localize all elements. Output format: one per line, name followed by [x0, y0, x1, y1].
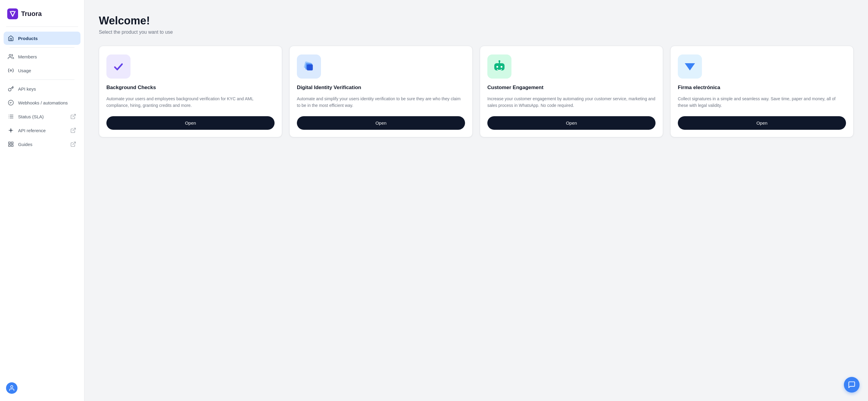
- users-icon: [8, 54, 14, 60]
- background-checks-open-button[interactable]: Open: [106, 116, 275, 130]
- logo-text: Truora: [21, 10, 41, 18]
- svg-rect-14: [11, 142, 13, 144]
- guides-icon: [8, 141, 14, 147]
- webhook-icon: [8, 100, 14, 106]
- external-link-icon-status: [70, 113, 76, 120]
- sidebar-item-guides-label: Guides: [18, 142, 33, 147]
- product-card-customer-engagement: Customer Engagement Increase your custom…: [480, 46, 663, 137]
- chat-icon: [848, 381, 856, 389]
- svg-point-26: [498, 60, 500, 62]
- firma-electronica-desc: Collect signatures in a simple and seaml…: [678, 95, 846, 109]
- usage-icon: [8, 67, 14, 73]
- customer-engagement-icon-wrapper: [487, 55, 512, 78]
- svg-rect-15: [11, 145, 13, 146]
- product-card-digital-identity: Digital Identity Verification Automate a…: [289, 46, 472, 137]
- sidebar: Truora Products Members: [0, 0, 84, 401]
- svg-rect-13: [9, 142, 10, 144]
- svg-marker-27: [685, 63, 695, 70]
- svg-line-17: [73, 142, 75, 145]
- avatar-icon: [8, 385, 15, 391]
- svg-point-1: [9, 55, 11, 57]
- svg-point-2: [10, 70, 12, 71]
- api-icon: [8, 127, 14, 133]
- sidebar-item-members-label: Members: [18, 54, 37, 59]
- key-icon: [8, 86, 14, 92]
- page-subtitle: Select the product you want to use: [99, 30, 854, 35]
- svg-point-23: [496, 66, 498, 68]
- digital-identity-title: Digital Identity Verification: [297, 85, 465, 91]
- page-title: Welcome!: [99, 14, 854, 27]
- svg-rect-21: [307, 64, 313, 70]
- sidebar-item-guides[interactable]: Guides: [4, 138, 81, 151]
- customer-engagement-open-button[interactable]: Open: [487, 116, 655, 130]
- external-link-icon-guides: [70, 141, 76, 147]
- sidebar-item-products[interactable]: Products: [4, 32, 81, 45]
- sidebar-item-products-label: Products: [18, 36, 38, 41]
- sidebar-item-api-keys[interactable]: API keys: [4, 82, 81, 95]
- sidebar-item-members[interactable]: Members: [4, 50, 81, 63]
- sidebar-item-status-label: Status (SLA): [18, 114, 44, 119]
- sidebar-item-usage[interactable]: Usage: [4, 64, 81, 77]
- status-icon: [8, 113, 14, 120]
- svg-line-9: [73, 114, 75, 117]
- digital-identity-open-button[interactable]: Open: [297, 116, 465, 130]
- digital-identity-desc: Automate and simplify your users identit…: [297, 95, 465, 109]
- svg-point-11: [10, 130, 11, 131]
- chat-support-button[interactable]: [844, 377, 860, 393]
- truora-logo-icon: [7, 8, 18, 19]
- sidebar-item-webhooks[interactable]: Webhooks / automations: [4, 96, 81, 109]
- product-card-background-checks: Background Checks Automate your users an…: [99, 46, 282, 137]
- svg-rect-22: [494, 63, 504, 70]
- product-card-firma-electronica: Firma electrónica Collect signatures in …: [670, 46, 854, 137]
- customer-engagement-desc: Increase your customer engagement by aut…: [487, 95, 655, 109]
- svg-rect-16: [9, 145, 10, 146]
- main-content: Welcome! Select the product you want to …: [84, 0, 868, 401]
- home-icon: [8, 35, 14, 41]
- sidebar-item-api-reference-label: API reference: [18, 128, 46, 133]
- svg-rect-0: [7, 8, 18, 19]
- sidebar-divider-2: [10, 79, 74, 80]
- sidebar-divider-1: [10, 47, 74, 47]
- background-checks-desc: Automate your users and employees backgr…: [106, 95, 275, 109]
- background-checks-title: Background Checks: [106, 85, 275, 91]
- sidebar-item-status[interactable]: Status (SLA): [4, 110, 81, 123]
- customer-engagement-icon: [492, 59, 507, 74]
- customer-engagement-title: Customer Engagement: [487, 85, 655, 91]
- firma-electronica-icon-wrapper: [678, 55, 702, 78]
- sidebar-item-api-keys-label: API keys: [18, 87, 36, 92]
- products-grid: Background Checks Automate your users an…: [99, 46, 854, 137]
- svg-point-24: [501, 66, 502, 68]
- svg-line-12: [73, 128, 75, 131]
- sidebar-item-api-reference[interactable]: API reference: [4, 124, 81, 137]
- digital-identity-icon-wrapper: [297, 55, 321, 78]
- firma-electronica-icon: [682, 59, 698, 74]
- sidebar-item-webhooks-label: Webhooks / automations: [18, 100, 68, 105]
- firma-electronica-title: Firma electrónica: [678, 85, 846, 91]
- sidebar-nav: Products Members Usage: [0, 27, 84, 377]
- sidebar-bottom: [0, 377, 84, 401]
- sidebar-item-usage-label: Usage: [18, 68, 31, 73]
- digital-identity-icon: [301, 59, 316, 74]
- svg-point-18: [10, 386, 13, 388]
- background-checks-icon: [111, 59, 126, 74]
- firma-electronica-open-button[interactable]: Open: [678, 116, 846, 130]
- logo-area[interactable]: Truora: [0, 0, 84, 27]
- user-avatar[interactable]: [6, 382, 18, 394]
- external-link-icon-api: [70, 127, 76, 133]
- background-checks-icon-wrapper: [106, 55, 130, 78]
